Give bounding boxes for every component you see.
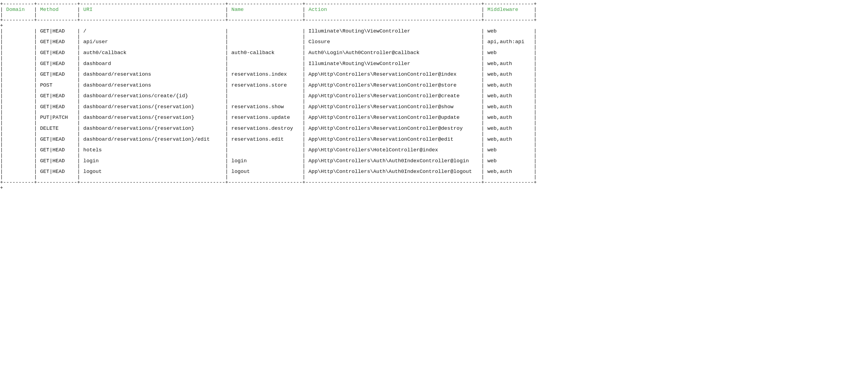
route-list-table: +----------+-------------+--------------…: [0, 0, 868, 191]
